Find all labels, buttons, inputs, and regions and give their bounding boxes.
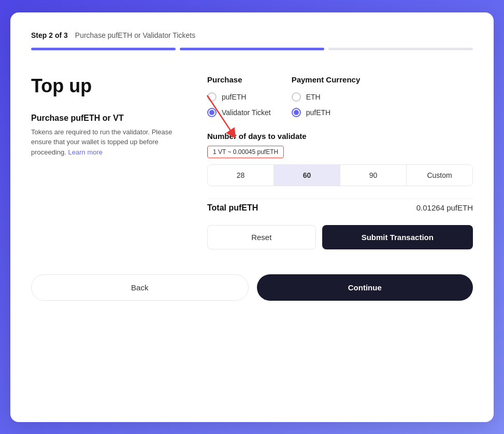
purchase-option-vt[interactable]: Validator Ticket (207, 108, 271, 117)
purchase-radio-vt[interactable] (207, 108, 217, 117)
purchase-column: Purchase pufETH Validator Ticket (207, 75, 271, 117)
progress-segment-2 (180, 48, 324, 50)
payment-option-pufeth[interactable]: pufETH (292, 108, 361, 117)
back-button[interactable]: Back (31, 274, 249, 301)
progress-bar (31, 48, 473, 50)
purchase-radio-pufeth[interactable] (207, 92, 217, 102)
purchase-radio-group: pufETH Validator Ticket (207, 92, 271, 117)
progress-segment-1 (31, 48, 176, 50)
bottom-nav: Back Continue (31, 274, 473, 301)
days-section: Number of days to validate 1 VT ~ 0.0004… (207, 132, 473, 186)
payment-column: Payment Currency ETH pufETH (292, 75, 361, 117)
main-card: Step 2 of 3 Purchase pufETH or Validator… (10, 12, 494, 422)
day-btn-custom[interactable]: Custom (407, 165, 472, 186)
day-btn-90[interactable]: 90 (340, 165, 407, 186)
total-value: 0.01264 pufETH (416, 203, 473, 212)
section-title: Top up (31, 75, 176, 97)
days-hint: 1 VT ~ 0.00045 pufETH (207, 146, 284, 158)
payment-radio-eth[interactable] (292, 92, 301, 102)
total-label: Total pufETH (207, 203, 258, 213)
purchase-desc: Tokens are required to run the validator… (31, 127, 176, 158)
day-btn-60[interactable]: 60 (274, 165, 340, 186)
action-buttons: Reset Submit Transaction (207, 225, 473, 249)
columns-row: Purchase pufETH Validator Ticket (207, 75, 473, 117)
purchase-label: Purchase pufETH or VT (31, 114, 176, 123)
step-title: Purchase pufETH or Validator Tickets (75, 31, 195, 39)
reset-button[interactable]: Reset (207, 225, 316, 249)
payment-col-header: Payment Currency (292, 75, 361, 84)
main-content: Top up Purchase pufETH or VT Tokens are … (31, 75, 473, 249)
progress-segment-3 (328, 48, 473, 50)
right-panel: Purchase pufETH Validator Ticket (207, 75, 473, 249)
payment-radio-group: ETH pufETH (292, 92, 361, 117)
step-label: Step 2 of 3 (31, 31, 68, 39)
submit-transaction-button[interactable]: Submit Transaction (322, 225, 473, 249)
purchase-option-pufeth[interactable]: pufETH (207, 92, 271, 102)
payment-option-eth[interactable]: ETH (292, 92, 361, 102)
purchase-col-header: Purchase (207, 75, 271, 84)
continue-button[interactable]: Continue (257, 274, 473, 301)
left-panel: Top up Purchase pufETH or VT Tokens are … (31, 75, 176, 249)
payment-radio-pufeth[interactable] (292, 108, 301, 117)
total-row: Total pufETH 0.01264 pufETH (207, 199, 473, 213)
learn-more-link[interactable]: Learn more (68, 148, 103, 156)
days-buttons: 28 60 90 Custom (207, 164, 473, 186)
day-btn-28[interactable]: 28 (208, 165, 274, 186)
days-label: Number of days to validate (207, 132, 473, 141)
step-header: Step 2 of 3 Purchase pufETH or Validator… (31, 31, 473, 39)
